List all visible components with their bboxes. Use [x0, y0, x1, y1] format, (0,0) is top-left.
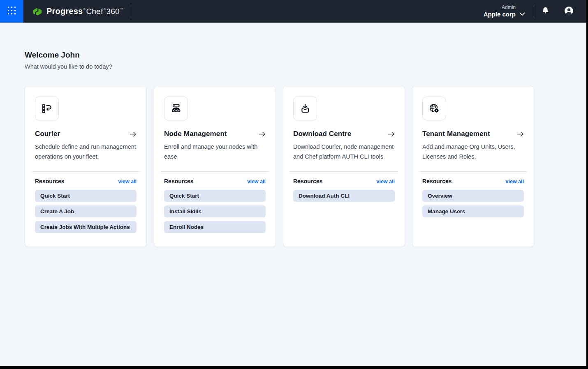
brand-logo[interactable]: Progress®Chef®360™ [32, 7, 124, 16]
card-title: Tenant Management [422, 130, 490, 138]
view-all-link[interactable]: view all [377, 179, 395, 184]
arrow-right-icon[interactable] [259, 131, 266, 137]
courier-icon [35, 97, 59, 120]
arrow-right-icon[interactable] [388, 131, 395, 137]
letterbox-right [586, 0, 588, 369]
card-divider [419, 171, 527, 172]
resource-pill[interactable]: Quick Start [35, 190, 137, 202]
resources-label: Resources [422, 178, 452, 184]
arrow-right-icon[interactable] [517, 131, 524, 137]
card-download-centre[interactable]: Download Centre Download Courier, node m… [283, 86, 405, 247]
card-title: Download Centre [293, 130, 351, 138]
app-grid-icon [7, 6, 16, 16]
download-centre-icon [293, 97, 317, 120]
resources-label: Resources [35, 178, 65, 184]
card-tenant-management[interactable]: Tenant Management Add and manage Org Uni… [412, 86, 534, 247]
resource-pill[interactable]: Quick Start [164, 190, 266, 202]
card-divider [161, 171, 269, 172]
role-label: Admin [484, 5, 516, 11]
resource-pill[interactable]: Create A Job [35, 205, 137, 217]
card-description: Schedule define and run management opera… [35, 142, 137, 171]
app-grid-button[interactable] [0, 0, 23, 23]
progress-logo-icon [32, 7, 43, 16]
view-all-link[interactable]: view all [506, 179, 524, 184]
header-divider [131, 5, 131, 18]
card-description: Add and manage Org Units, Users, License… [422, 142, 524, 171]
resource-pill[interactable]: Manage Users [422, 205, 524, 217]
brand-wordmark: Progress®Chef®360™ [46, 7, 124, 16]
card-description: Enroll and manage your nodes with ease [164, 142, 266, 171]
header-divider [533, 5, 533, 18]
tenant-switcher[interactable]: Admin Apple corp [484, 5, 525, 18]
page-subtitle: What would you like to do today? [25, 63, 563, 70]
tenant-name: Apple corp [484, 11, 516, 18]
chevron-down-icon [519, 10, 525, 18]
view-all-link[interactable]: view all [118, 179, 137, 184]
view-all-link[interactable]: view all [248, 179, 266, 184]
resource-pill[interactable]: Install Skills [164, 205, 266, 217]
letterbox-bottom [0, 366, 588, 369]
card-title: Courier [35, 130, 60, 138]
resources-label: Resources [293, 178, 323, 184]
node-management-icon [164, 97, 188, 120]
card-courier[interactable]: Courier Schedule define and run manageme… [25, 86, 147, 247]
card-description: Download Courier, node management and Ch… [293, 142, 395, 171]
card-divider [290, 171, 398, 172]
account-button[interactable] [564, 6, 574, 17]
resource-pill[interactable]: Create Jobs With Multiple Actions [35, 221, 137, 233]
avatar-icon [564, 6, 574, 17]
resource-pill[interactable]: Download Auth CLI [293, 190, 395, 202]
resource-pill[interactable]: Enroll Nodes [164, 221, 266, 233]
top-bar: Progress®Chef®360™ Admin Apple corp [0, 0, 588, 23]
feature-cards: Courier Schedule define and run manageme… [25, 86, 563, 247]
resource-pill[interactable]: Overview [422, 190, 524, 202]
page-title: Welcome John [25, 51, 563, 60]
tenant-management-icon [422, 97, 446, 120]
notifications-button[interactable] [541, 6, 550, 16]
bell-icon [541, 6, 550, 16]
card-node-management[interactable]: Node Management Enroll and manage your n… [154, 86, 276, 247]
arrow-right-icon[interactable] [130, 131, 137, 137]
resources-label: Resources [164, 178, 194, 184]
card-divider [32, 171, 140, 172]
card-title: Node Management [164, 130, 227, 138]
welcome-section: Welcome John What would you like to do t… [25, 51, 563, 70]
